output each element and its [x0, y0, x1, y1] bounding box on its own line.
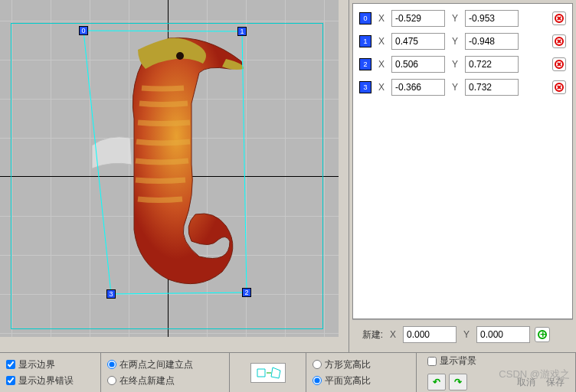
redo-icon: ↷: [454, 377, 462, 387]
aspect-options: 方形宽高比 平面宽高比: [306, 353, 417, 392]
delete-point-button[interactable]: [552, 57, 566, 71]
point-y-input[interactable]: [465, 56, 519, 73]
point-index-button[interactable]: 0: [359, 12, 371, 24]
x-label: X: [376, 82, 387, 93]
new-x-input[interactable]: [403, 326, 457, 343]
square-aspect-radio[interactable]: [313, 360, 322, 369]
shape-tool-button[interactable]: [250, 363, 286, 383]
seahorse-image: [92, 27, 253, 299]
show-boundary-label: 显示边界: [18, 358, 55, 371]
x-label: X: [376, 59, 387, 70]
point-row: 3 X Y: [359, 79, 566, 96]
point-row: 0 X Y: [359, 10, 566, 27]
delete-icon: [555, 14, 564, 23]
plane-aspect-label: 平面宽高比: [325, 374, 371, 387]
save-button[interactable]: 保存: [546, 376, 565, 389]
point-y-input[interactable]: [465, 10, 519, 27]
display-options: 显示边界 显示边界错误: [0, 353, 101, 392]
point-handle-3[interactable]: 3: [106, 289, 116, 299]
redo-button[interactable]: ↷: [449, 374, 467, 390]
canvas[interactable]: 0 1 2 3: [0, 0, 339, 337]
canvas-area: 0 1 2 3: [0, 0, 349, 352]
point-handle-0[interactable]: 0: [79, 26, 88, 35]
y-label: Y: [450, 82, 460, 93]
undo-icon: ↶: [433, 377, 440, 387]
cancel-button[interactable]: 取消: [517, 376, 535, 389]
x-label: X: [376, 36, 387, 47]
y-label: Y: [461, 329, 472, 340]
add-icon: [538, 330, 547, 339]
shape-tool-section: [230, 353, 306, 392]
point-x-input[interactable]: [391, 79, 445, 96]
show-background-checkbox[interactable]: [427, 357, 437, 366]
shape-icon: [254, 366, 282, 380]
create-mode-options: 在两点之间建立点 在终点新建点: [101, 353, 230, 392]
new-point-row: 新建: X Y: [352, 319, 573, 349]
y-label: Y: [450, 13, 460, 24]
x-label: X: [376, 13, 387, 24]
point-row: 1 X Y: [359, 33, 566, 50]
point-row: 2 X Y: [359, 56, 566, 73]
point-handle-2[interactable]: 2: [242, 288, 251, 297]
delete-point-button[interactable]: [552, 11, 566, 25]
show-background-label: 显示背景: [440, 354, 476, 368]
square-aspect-label: 方形宽高比: [325, 358, 371, 371]
delete-point-button[interactable]: [552, 34, 566, 48]
point-list: 0 X Y 1 X Y 2 X Y: [352, 3, 573, 319]
action-section: 显示背景 ↶ ↷ 取消 保存: [417, 353, 576, 392]
create-between-radio[interactable]: [107, 360, 116, 369]
delete-icon: [555, 60, 564, 69]
delete-point-button[interactable]: [552, 80, 566, 94]
svg-marker-3: [271, 368, 280, 378]
delete-icon: [555, 83, 564, 92]
y-label: Y: [450, 59, 460, 70]
bottom-bar: 显示边界 显示边界错误 在两点之间建立点 在终点新建点 方形宽高比 平面宽高比 …: [0, 352, 576, 392]
point-index-button[interactable]: 1: [359, 35, 371, 47]
svg-marker-2: [257, 369, 265, 377]
point-index-button[interactable]: 2: [359, 58, 371, 70]
svg-point-0: [176, 52, 184, 60]
show-boundary-error-label: 显示边界错误: [18, 374, 74, 387]
create-at-end-radio[interactable]: [107, 376, 116, 385]
show-boundary-checkbox[interactable]: [6, 360, 15, 369]
point-x-input[interactable]: [391, 33, 445, 50]
x-label: X: [388, 329, 398, 340]
new-y-input[interactable]: [476, 326, 530, 343]
new-label: 新建:: [355, 328, 383, 341]
show-boundary-error-checkbox[interactable]: [6, 376, 15, 385]
delete-icon: [555, 37, 564, 46]
add-point-button[interactable]: [535, 327, 550, 342]
plane-aspect-radio[interactable]: [313, 376, 322, 385]
point-x-input[interactable]: [391, 10, 445, 27]
right-panel: 0 X Y 1 X Y 2 X Y: [349, 0, 576, 352]
create-between-label: 在两点之间建立点: [119, 358, 193, 371]
point-y-input[interactable]: [465, 79, 519, 96]
point-index-button[interactable]: 3: [359, 81, 371, 93]
point-y-input[interactable]: [465, 33, 519, 50]
create-at-end-label: 在终点新建点: [119, 374, 175, 387]
y-label: Y: [450, 36, 460, 47]
point-x-input[interactable]: [391, 56, 445, 73]
undo-button[interactable]: ↶: [427, 374, 446, 390]
point-handle-1[interactable]: 1: [237, 27, 247, 36]
